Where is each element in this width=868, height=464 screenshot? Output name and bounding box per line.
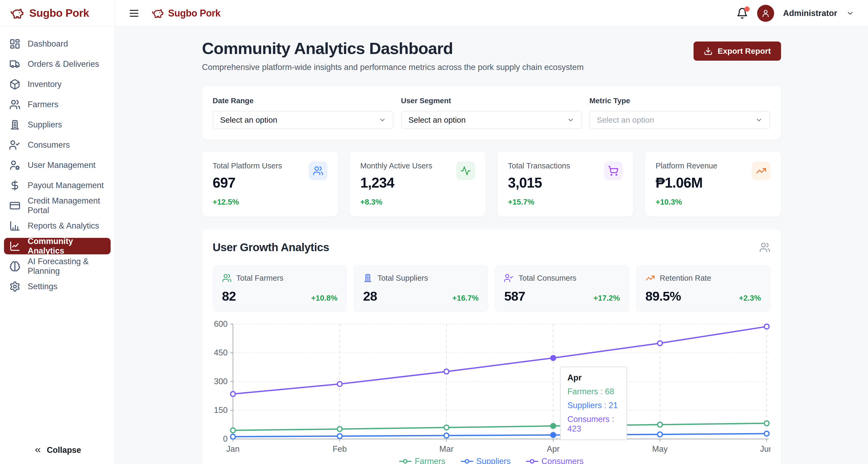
select-value: Select an option [220, 115, 277, 124]
sidebar-collapse-button[interactable]: Collapse [0, 445, 115, 455]
chevron-down-icon [379, 116, 386, 124]
sidebar-item-dashboard[interactable]: Dashboard [4, 36, 111, 52]
chart-tooltip: AprFarmers : 68Suppliers : 21Consumers :… [560, 367, 627, 440]
sidebar-item-reports-analytics[interactable]: Reports & Analytics [4, 218, 111, 234]
page-subtitle: Comprehensive platform-wide insights and… [202, 62, 584, 72]
x-tick-label: Jun [760, 444, 770, 454]
trending-up-icon [645, 273, 655, 283]
data-point-suppliers-mar[interactable] [444, 433, 448, 438]
data-point-suppliers-jun[interactable] [764, 431, 769, 436]
data-point-consumers-mar[interactable] [444, 369, 448, 374]
main-content: Community Analytics Dashboard Comprehens… [115, 27, 868, 464]
sidebar-item-label: Credit Management Portal [28, 196, 105, 215]
legend-label: Consumers [541, 457, 584, 464]
date-range-select[interactable]: Select an option [213, 111, 394, 129]
sidebar-item-user-management[interactable]: User Management [4, 157, 111, 173]
kpi-value: 697 [213, 175, 309, 191]
filter-label: Date Range [213, 96, 394, 105]
legend-item-farmers[interactable]: Farmers [399, 457, 445, 464]
x-tick-label: Mar [439, 444, 454, 454]
sidebar-item-farmers[interactable]: Farmers [4, 96, 111, 113]
data-point-suppliers-jan[interactable] [230, 434, 235, 439]
user-segment-select[interactable]: Select an option [401, 111, 582, 129]
bell-icon[interactable] [736, 7, 748, 19]
data-point-farmers-apr[interactable] [551, 424, 556, 428]
legend-item-consumers[interactable]: Consumers [526, 457, 584, 464]
data-point-farmers-may[interactable] [657, 422, 662, 427]
topbar-brand: Sugbo Pork [152, 7, 220, 20]
kpi-platform-revenue: Platform Revenue ₱1.06M +10.3% [645, 151, 781, 216]
kpi-label: Platform Revenue [655, 162, 751, 170]
page-header: Community Analytics Dashboard Comprehens… [202, 39, 781, 72]
topbar-right: Administrator [736, 5, 854, 22]
mini-label: Total Farmers [237, 274, 283, 283]
data-point-consumers-jun[interactable] [764, 324, 769, 329]
data-point-farmers-jan[interactable] [230, 428, 235, 433]
sidebar-item-orders-deliveries[interactable]: Orders & Deliveries [4, 56, 111, 72]
kpi-cards: Total Platform Users 697 +12.5% Monthly … [202, 151, 781, 216]
sidebar-item-ai-forecasting[interactable]: AI Forecasting & Planning [4, 258, 111, 274]
kpi-value: ₱1.06M [655, 175, 751, 191]
data-point-consumers-apr[interactable] [551, 355, 556, 360]
metric-type-select[interactable]: Select an option [589, 111, 770, 129]
kpi-monthly-active-users: Monthly Active Users 1,234 +8.3% [350, 151, 486, 216]
chart-canvas: 0150300450600JanFebMarAprMayJun [213, 321, 770, 454]
dollar-icon [9, 180, 21, 191]
shopping-cart-icon [604, 162, 623, 180]
mini-total-consumers: Total Consumers 587 +17.2% [495, 265, 629, 312]
avatar[interactable] [757, 5, 774, 22]
data-point-consumers-jan[interactable] [230, 392, 235, 397]
sidebar-item-credit-management[interactable]: Credit Management Portal [4, 197, 111, 214]
data-point-consumers-feb[interactable] [337, 381, 342, 386]
mini-label: Total Consumers [519, 274, 577, 283]
data-point-suppliers-feb[interactable] [337, 434, 342, 438]
user-check-icon [9, 139, 21, 151]
sidebar-item-label: Farmers [28, 100, 58, 109]
data-point-suppliers-apr[interactable] [551, 433, 556, 437]
user-gear-icon [9, 160, 21, 171]
series-line-farmers [233, 423, 767, 431]
mini-total-farmers: Total Farmers 82 +10.8% [213, 265, 347, 312]
sidebar-item-payout-management[interactable]: Payout Management [4, 177, 111, 194]
filter-label: Metric Type [589, 96, 770, 105]
filter-date-range: Date Range Select an option [213, 96, 394, 129]
series-line-consumers [233, 326, 767, 394]
section-title: User Growth Analytics [213, 241, 329, 254]
download-icon [704, 47, 713, 56]
sidebar-item-label: Suppliers [28, 120, 62, 129]
kpi-total-platform-users: Total Platform Users 697 +12.5% [202, 151, 338, 216]
data-point-consumers-may[interactable] [657, 341, 662, 346]
x-tick-label: Jan [226, 444, 240, 454]
sidebar-item-consumers[interactable]: Consumers [4, 137, 111, 153]
mini-value: 28 [363, 289, 377, 303]
data-point-farmers-feb[interactable] [337, 427, 342, 432]
select-value: Select an option [408, 115, 466, 124]
sidebar-item-inventory[interactable]: Inventory [4, 76, 111, 93]
filter-user-segment: User Segment Select an option [401, 96, 582, 129]
data-point-suppliers-may[interactable] [657, 432, 662, 437]
y-tick-label: 0 [223, 434, 227, 443]
x-tick-label: May [652, 444, 668, 454]
sidebar-item-community-analytics[interactable]: Community Analytics [4, 238, 111, 254]
building-icon [363, 273, 373, 283]
data-point-farmers-mar[interactable] [444, 425, 448, 430]
trending-up-icon [752, 162, 770, 180]
sidebar-item-label: User Management [28, 161, 95, 170]
tooltip-value-consumers: Consumers : 423 [567, 414, 620, 434]
legend-item-suppliers[interactable]: Suppliers [461, 457, 510, 464]
chevron-down-icon[interactable] [846, 9, 854, 17]
sidebar-item-label: Payout Management [28, 181, 104, 190]
data-point-farmers-jun[interactable] [764, 421, 769, 426]
select-value: Select an option [597, 115, 654, 124]
sidebar-item-suppliers[interactable]: Suppliers [4, 117, 111, 133]
mini-delta: +16.7% [452, 294, 479, 302]
sidebar-item-label: AI Forecasting & Planning [28, 257, 105, 276]
legend-label: Suppliers [476, 457, 510, 464]
users-icon [222, 273, 231, 283]
menu-icon[interactable] [128, 7, 140, 19]
user-role-label[interactable]: Administrator [783, 8, 837, 18]
sidebar-item-settings[interactable]: Settings [4, 278, 111, 295]
truck-icon [9, 59, 21, 70]
mini-value: 89.5% [645, 289, 681, 303]
export-report-button[interactable]: Export Report [693, 41, 781, 61]
